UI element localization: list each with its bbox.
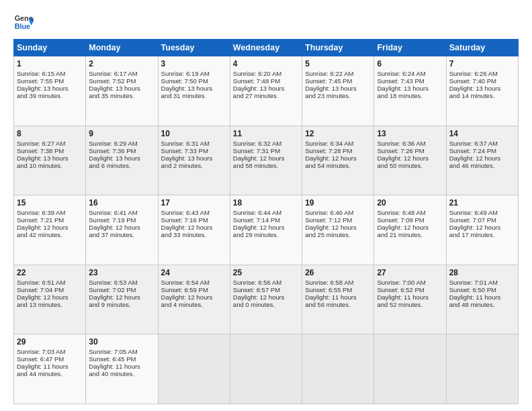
weekday-friday: Friday xyxy=(374,40,446,56)
daylight-minutes: and 23 minutes. xyxy=(305,92,351,99)
weekday-sunday: Sunday xyxy=(14,40,86,56)
daylight-minutes: and 25 minutes. xyxy=(305,231,351,238)
calendar-header: SundayMondayTuesdayWednesdayThursdayFrid… xyxy=(14,40,519,56)
sunrise-text: Sunrise: 6:54 AM xyxy=(161,279,210,286)
daylight-label: Daylight: 12 hours xyxy=(449,224,501,231)
daylight-minutes: and 4 minutes. xyxy=(161,301,203,308)
daylight-minutes: and 9 minutes. xyxy=(89,301,130,308)
sunset-text: Sunset: 6:52 PM xyxy=(377,286,424,293)
sunrise-text: Sunrise: 6:34 AM xyxy=(305,140,353,147)
daylight-label: Daylight: 12 hours xyxy=(17,224,69,231)
day-number: 20 xyxy=(377,198,443,208)
daylight-minutes: and 21 minutes. xyxy=(377,231,423,238)
day-number: 26 xyxy=(305,268,371,277)
day-number: 12 xyxy=(305,129,371,138)
calendar-cell: 12Sunrise: 6:34 AMSunset: 7:28 PMDayligh… xyxy=(302,126,374,195)
calendar-cell: 26Sunrise: 6:58 AMSunset: 6:55 PMDayligh… xyxy=(302,265,374,334)
daylight-minutes: and 13 minutes. xyxy=(17,301,62,308)
calendar-cell: 28Sunrise: 7:01 AMSunset: 6:50 PMDayligh… xyxy=(446,265,518,334)
sunrise-text: Sunrise: 6:58 AM xyxy=(305,279,353,286)
sunrise-text: Sunrise: 7:00 AM xyxy=(377,279,425,286)
weekday-monday: Monday xyxy=(86,40,158,56)
daylight-label: Daylight: 12 hours xyxy=(377,224,429,231)
sunrise-text: Sunrise: 6:49 AM xyxy=(449,209,498,216)
day-number: 4 xyxy=(233,59,299,68)
calendar-cell: 27Sunrise: 7:00 AMSunset: 6:52 PMDayligh… xyxy=(374,265,446,334)
day-number: 5 xyxy=(305,59,371,68)
sunset-text: Sunset: 7:12 PM xyxy=(305,216,352,224)
day-number: 13 xyxy=(377,129,443,138)
day-number: 18 xyxy=(233,198,299,208)
sunset-text: Sunset: 7:50 PM xyxy=(161,77,208,85)
daylight-label: Daylight: 12 hours xyxy=(161,224,213,231)
daylight-label: Daylight: 13 hours xyxy=(233,85,285,92)
day-number: 17 xyxy=(161,198,227,208)
daylight-label: Daylight: 12 hours xyxy=(89,293,140,301)
week-row-2: 8Sunrise: 6:27 AMSunset: 7:38 PMDaylight… xyxy=(14,126,519,195)
day-number: 11 xyxy=(233,129,299,138)
sunrise-text: Sunrise: 6:20 AM xyxy=(233,70,281,77)
day-number: 19 xyxy=(305,198,371,208)
daylight-label: Daylight: 11 hours xyxy=(449,293,501,301)
sunrise-text: Sunrise: 6:53 AM xyxy=(89,279,137,286)
sunrise-text: Sunrise: 7:03 AM xyxy=(17,348,65,355)
sunrise-text: Sunrise: 6:56 AM xyxy=(233,279,281,286)
calendar-body: 1Sunrise: 6:15 AMSunset: 7:55 PMDaylight… xyxy=(14,56,519,404)
day-number: 8 xyxy=(17,129,83,138)
daylight-label: Daylight: 11 hours xyxy=(305,293,357,301)
sunrise-text: Sunrise: 6:32 AM xyxy=(233,140,281,147)
week-row-3: 15Sunrise: 6:39 AMSunset: 7:21 PMDayligh… xyxy=(14,195,519,265)
sunset-text: Sunset: 7:45 PM xyxy=(305,77,352,85)
sunset-text: Sunset: 7:31 PM xyxy=(233,147,280,154)
day-number: 14 xyxy=(449,129,515,138)
day-number: 24 xyxy=(161,268,227,277)
daylight-minutes: and 46 minutes. xyxy=(449,162,495,169)
daylight-minutes: and 27 minutes. xyxy=(233,92,279,99)
sunrise-text: Sunrise: 6:26 AM xyxy=(449,70,498,77)
sunrise-text: Sunrise: 6:48 AM xyxy=(377,209,425,216)
sunrise-text: Sunrise: 6:37 AM xyxy=(449,140,498,147)
weekday-wednesday: Wednesday xyxy=(230,40,302,56)
sunset-text: Sunset: 7:04 PM xyxy=(17,286,64,293)
calendar-cell: 8Sunrise: 6:27 AMSunset: 7:38 PMDaylight… xyxy=(14,126,86,195)
calendar-cell: 18Sunrise: 6:44 AMSunset: 7:14 PMDayligh… xyxy=(230,195,302,265)
daylight-label: Daylight: 12 hours xyxy=(161,293,213,301)
sunrise-text: Sunrise: 6:15 AM xyxy=(17,70,65,77)
calendar-cell: 22Sunrise: 6:51 AMSunset: 7:04 PMDayligh… xyxy=(14,265,86,334)
calendar-cell xyxy=(230,334,302,404)
logo: General Blue xyxy=(13,12,34,32)
calendar-cell: 9Sunrise: 6:29 AMSunset: 7:36 PMDaylight… xyxy=(86,126,158,195)
sunrise-text: Sunrise: 6:44 AM xyxy=(233,209,281,216)
daylight-minutes: and 56 minutes. xyxy=(305,301,351,308)
daylight-label: Daylight: 11 hours xyxy=(89,363,140,370)
sunrise-text: Sunrise: 6:41 AM xyxy=(89,209,137,216)
day-number: 15 xyxy=(17,198,83,208)
daylight-minutes: and 39 minutes. xyxy=(17,92,62,99)
calendar-cell: 30Sunrise: 7:05 AMSunset: 6:45 PMDayligh… xyxy=(86,334,158,404)
sunrise-text: Sunrise: 6:22 AM xyxy=(305,70,353,77)
header: General Blue xyxy=(13,12,519,32)
weekday-tuesday: Tuesday xyxy=(158,40,230,56)
daylight-label: Daylight: 12 hours xyxy=(17,293,69,301)
daylight-label: Daylight: 12 hours xyxy=(233,224,285,231)
sunset-text: Sunset: 7:21 PM xyxy=(17,216,64,224)
daylight-minutes: and 10 minutes. xyxy=(17,162,62,169)
daylight-minutes: and 18 minutes. xyxy=(377,92,423,99)
calendar-cell: 15Sunrise: 6:39 AMSunset: 7:21 PMDayligh… xyxy=(14,195,86,265)
daylight-minutes: and 42 minutes. xyxy=(17,231,62,238)
weekday-row: SundayMondayTuesdayWednesdayThursdayFrid… xyxy=(14,40,519,56)
day-number: 25 xyxy=(233,268,299,277)
sunset-text: Sunset: 7:16 PM xyxy=(161,216,208,224)
calendar-cell: 19Sunrise: 6:46 AMSunset: 7:12 PMDayligh… xyxy=(302,195,374,265)
calendar-cell: 17Sunrise: 6:43 AMSunset: 7:16 PMDayligh… xyxy=(158,195,230,265)
day-number: 9 xyxy=(89,129,154,138)
calendar-cell: 24Sunrise: 6:54 AMSunset: 6:59 PMDayligh… xyxy=(158,265,230,334)
svg-text:Blue: Blue xyxy=(15,22,30,30)
daylight-label: Daylight: 13 hours xyxy=(17,154,69,162)
day-number: 6 xyxy=(377,59,443,68)
daylight-minutes: and 48 minutes. xyxy=(449,301,495,308)
calendar-cell: 16Sunrise: 6:41 AMSunset: 7:19 PMDayligh… xyxy=(86,195,158,265)
daylight-label: Daylight: 12 hours xyxy=(305,154,357,162)
daylight-minutes: and 44 minutes. xyxy=(17,370,62,377)
calendar-cell: 11Sunrise: 6:32 AMSunset: 7:31 PMDayligh… xyxy=(230,126,302,195)
